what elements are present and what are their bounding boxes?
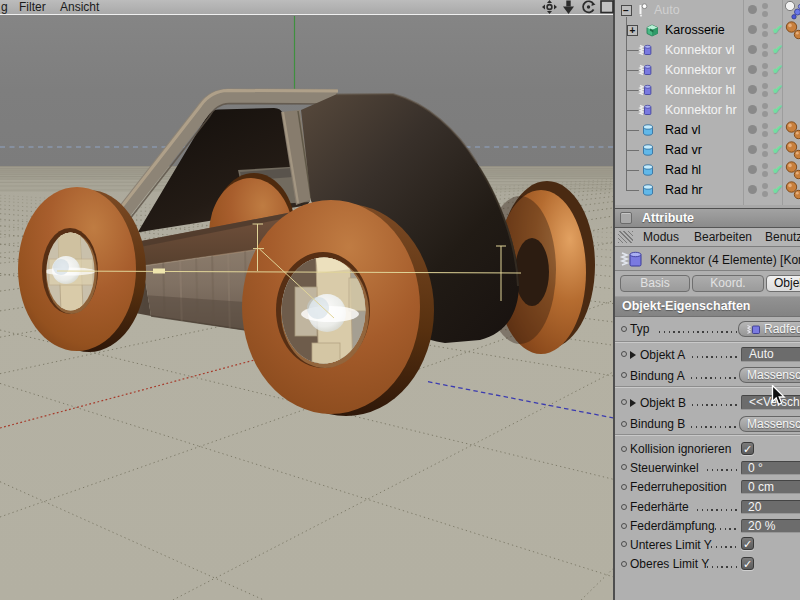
om-row-rad-vr[interactable]: Rad vr ✔ (615, 140, 800, 160)
expand-triangle-icon[interactable] (630, 399, 636, 407)
layer-dot[interactable] (748, 105, 757, 114)
visibility-dot[interactable] (762, 143, 768, 149)
enabled-check-icon[interactable]: ✔ (772, 182, 783, 197)
layer-dot[interactable] (748, 25, 757, 34)
visibility-dot[interactable] (762, 171, 768, 177)
collapse-icon[interactable]: − (621, 5, 632, 16)
visibility-dot[interactable] (762, 31, 768, 37)
layer-dot[interactable] (748, 145, 757, 154)
om-row-rad-hl[interactable]: Rad hl ✔ (615, 160, 800, 180)
keyframe-bullet[interactable] (621, 541, 627, 547)
drag-handle-icon[interactable] (618, 231, 633, 243)
keyframe-bullet[interactable] (621, 446, 627, 452)
visibility-dot[interactable] (762, 151, 768, 157)
om-row-konnektor-vl[interactable]: Konnektor vl ✔ (615, 40, 800, 60)
visibility-dot[interactable] (762, 163, 768, 169)
object-label[interactable]: Rad hl (665, 163, 701, 177)
menu-item-benutzer[interactable]: Benutze (765, 230, 800, 244)
dynamics-body-tag-icon[interactable] (785, 120, 800, 140)
object-label[interactable]: Auto (654, 3, 680, 17)
object-label[interactable]: Karosserie (665, 23, 725, 37)
kollision-checkbox[interactable]: ✓ (741, 442, 754, 455)
federruheposition-field[interactable]: 0 cm (741, 480, 800, 494)
enabled-check-icon[interactable]: ✔ (772, 22, 783, 37)
tab-basis[interactable]: Basis (620, 275, 690, 292)
viewport-3d[interactable]: g Filter Ansicht (0, 0, 613, 600)
object-label[interactable]: Konnektor hr (665, 103, 737, 117)
section-header[interactable]: Objekt-Eigenschaften (615, 296, 800, 317)
object-label[interactable]: Konnektor vl (665, 43, 734, 57)
visibility-dot[interactable] (762, 91, 768, 97)
keyframe-bullet[interactable] (621, 351, 627, 357)
pan-icon[interactable] (542, 0, 557, 14)
enabled-check-icon[interactable]: ✔ (772, 142, 783, 157)
visibility-dot[interactable] (762, 183, 768, 189)
federhaerte-field[interactable]: 20 (741, 500, 800, 514)
expand-icon[interactable]: + (627, 25, 638, 36)
keyframe-bullet[interactable] (621, 372, 627, 378)
xpresso-tag-icon[interactable] (785, 0, 800, 20)
visibility-dot[interactable] (762, 43, 768, 49)
visibility-dot[interactable] (762, 83, 768, 89)
enabled-check-icon[interactable]: ✔ (772, 102, 783, 117)
om-row-auto[interactable]: − Auto (615, 0, 800, 20)
wheel-front-left[interactable] (18, 187, 146, 352)
visibility-dot[interactable] (762, 191, 768, 197)
wheel-rear-left[interactable] (242, 200, 434, 416)
keyframe-bullet[interactable] (621, 464, 627, 470)
om-row-rad-vl[interactable]: Rad vl ✔ (615, 120, 800, 140)
maximize-icon[interactable] (600, 0, 615, 14)
bindung-b-button[interactable]: Massensch (739, 416, 800, 432)
objekt-a-linkbox[interactable]: Auto (741, 347, 800, 362)
visibility-dot[interactable] (762, 111, 768, 117)
oberes-limit-checkbox[interactable]: ✓ (741, 557, 754, 570)
keyframe-bullet[interactable] (621, 421, 627, 427)
federdaempfung-field[interactable]: 20 % (741, 519, 800, 533)
layer-dot[interactable] (748, 85, 757, 94)
menu-item-bearbeiten[interactable]: Bearbeiten (694, 230, 752, 244)
visibility-dot[interactable] (762, 131, 768, 137)
layer-dot[interactable] (748, 45, 757, 54)
visibility-dot[interactable] (762, 23, 768, 29)
object-label[interactable]: Konnektor vr (665, 63, 736, 77)
menu-item-filter[interactable]: Filter (19, 1, 46, 14)
dynamics-body-tag-icon[interactable] (785, 160, 800, 180)
dynamics-body-tag-icon[interactable] (785, 20, 800, 40)
unteres-limit-checkbox[interactable]: ✓ (741, 537, 754, 550)
object-label[interactable]: Konnektor hl (665, 83, 735, 97)
keyframe-bullet[interactable] (621, 561, 627, 567)
layer-dot[interactable] (748, 185, 757, 194)
expand-triangle-icon[interactable] (630, 351, 636, 359)
bindung-a-button[interactable]: Massensch (739, 367, 800, 383)
menu-item-ansicht[interactable]: Ansicht (60, 1, 99, 14)
object-label[interactable]: Rad vl (665, 123, 700, 137)
visibility-dot[interactable] (762, 11, 768, 17)
om-row-konnektor-hr[interactable]: Konnektor hr ✔ (615, 100, 800, 120)
menu-item-partial[interactable]: g (1, 1, 8, 14)
enabled-check-icon[interactable]: ✔ (772, 162, 783, 177)
tab-koord[interactable]: Koord. (692, 275, 764, 292)
layer-dot[interactable] (748, 65, 757, 74)
panel-icon[interactable] (620, 212, 632, 224)
enabled-check-icon[interactable]: ✔ (772, 62, 783, 77)
menu-item-modus[interactable]: Modus (643, 230, 679, 244)
visibility-dot[interactable] (762, 103, 768, 109)
visibility-dot[interactable] (762, 51, 768, 57)
enabled-check-icon[interactable]: ✔ (772, 42, 783, 57)
zoom-icon[interactable] (561, 0, 576, 14)
typ-dropdown[interactable]: Radfed (738, 321, 800, 337)
layer-dot[interactable] (748, 125, 757, 134)
dynamics-body-tag-icon[interactable] (785, 140, 800, 160)
om-row-konnektor-hl[interactable]: Konnektor hl ✔ (615, 80, 800, 100)
steuerwinkel-field[interactable]: 0 ° (741, 461, 800, 475)
om-row-konnektor-vr[interactable]: Konnektor vr ✔ (615, 60, 800, 80)
om-row-rad-hr[interactable]: Rad hr ✔ (615, 180, 800, 200)
tab-objekt[interactable]: Objekt (766, 275, 800, 292)
dynamics-body-tag-icon[interactable] (785, 180, 800, 200)
keyframe-bullet[interactable] (621, 484, 627, 490)
visibility-dot[interactable] (762, 63, 768, 69)
enabled-check-icon[interactable]: ✔ (772, 122, 783, 137)
keyframe-bullet[interactable] (621, 523, 627, 529)
layer-dot[interactable] (748, 5, 757, 14)
keyframe-bullet[interactable] (621, 399, 627, 405)
